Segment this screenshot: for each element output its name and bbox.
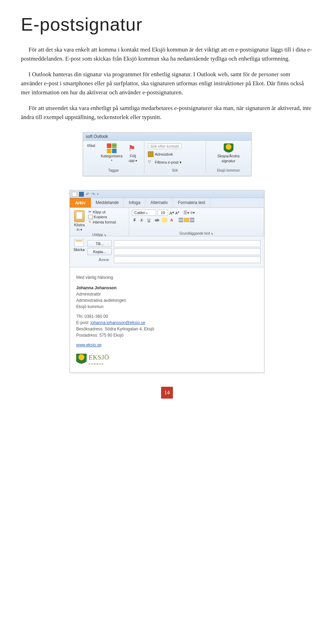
undo-icon[interactable]: ↶ [86,192,89,197]
sig-name: Johanna Johansson [76,285,258,291]
align-right-icon[interactable] [190,218,194,222]
window-titlebar: soft Outlook [83,133,251,141]
sig-logo: EKSJÖ KOMMUN [76,353,258,366]
filter-email-button[interactable]: ▽ Filtrera e-post ▾ [147,159,203,166]
create-signature-button[interactable]: Skapa/Ändra signatur [216,143,241,164]
font-size-select[interactable]: 10 [158,210,168,216]
shrink-font-icon[interactable]: A▾ [175,210,179,215]
bold-button[interactable]: F [132,217,138,223]
follow-up-button[interactable]: ⚑ Följ upp ▾ [127,143,139,163]
logo-subtext: KOMMUN [89,362,109,366]
italic-button[interactable]: K [139,217,145,223]
to-button[interactable]: Till... [87,240,112,247]
align-left-icon[interactable] [178,218,183,222]
categories-icon [107,143,117,153]
sig-department: Administrativa avdelningen [76,297,258,304]
categorize-button[interactable]: Kategorisera ▾ [100,143,124,163]
paragraph-2: I Outlook hanteras din signatur via prog… [21,70,313,97]
highlight-icon[interactable] [162,218,167,222]
tab-infoga[interactable]: Infoga [124,198,145,207]
ribbon-group-tags: Taggar [86,168,142,173]
subject-input[interactable] [114,256,261,263]
bullets-icon[interactable]: ☰▾ [183,210,189,215]
brush-icon: ✎ [88,220,92,224]
ribbon-group-eksjo: Eksjö kommun [209,168,248,173]
scissors-icon: ✂ [88,210,92,214]
numbering-icon[interactable]: ≡▾ [190,210,195,215]
sig-post-address: Postadress: 575 80 Eksjö [76,332,258,338]
crest-icon [224,143,233,153]
font-color-icon[interactable]: A [168,217,175,223]
paragraph-1: För att det ska vara enkelt att komma i … [21,45,313,64]
ribbon-group-search: Sök [147,168,203,173]
sig-visit-address: Besöksadress: Södra Kyrkogatan 4, Eksjö [76,326,258,332]
search-contact-field[interactable]: Sök efter kontakt [147,143,203,150]
cc-button[interactable]: Kopia... [87,248,112,255]
align-center-icon[interactable] [184,218,189,222]
sig-org: Eksjö kommun [76,304,258,310]
page-number: 14 [161,387,173,399]
to-input[interactable] [114,240,261,247]
quick-access-toolbar: ↶ ↷ ▾ [70,190,264,198]
ribbon-tabs: Arkiv Meddelande Infoga Alternativ Forma… [70,198,264,208]
group-clipboard-label: Urklipp ⬊ [73,232,126,237]
clipboard-icon [74,210,85,222]
cc-input[interactable] [114,248,261,255]
sig-role: Administratör [76,291,258,297]
grow-font-icon[interactable]: A▴ [169,210,174,216]
book-icon [148,151,153,157]
sig-url-link[interactable]: www.eksjo.se [76,343,102,347]
message-body[interactable]: Med vänlig hälsning Johanna Johansson Ad… [70,267,264,372]
envelope-icon [74,239,84,247]
sig-greeting: Med vänlig hälsning [76,274,258,281]
tab-alternativ[interactable]: Alternativ [145,198,173,207]
copy-icon [88,215,93,219]
tab-arkiv[interactable]: Arkiv [70,198,91,207]
outlook-ribbon-screenshot: soft Outlook t/läst Kategorisera ▾ ⚑ Föl… [83,132,252,176]
tab-meddelande[interactable]: Meddelande [91,198,124,207]
underline-button[interactable]: U [146,217,152,223]
font-name-select[interactable]: Calibri ▾ [132,210,156,216]
sig-email-link[interactable]: johanna.johansson@eksjo.se [90,320,145,325]
send-button[interactable]: Skicka [73,239,85,264]
funnel-icon: ▽ [148,159,153,165]
subject-label: Ämne: [87,258,112,262]
qat-dropdown-icon[interactable]: ▾ [97,193,98,196]
group-font-label: Grundläggande text ⬊ [132,231,261,235]
sig-email: E-post: johanna.johansson@eksjo.se [76,320,258,326]
format-painter-button[interactable]: ✎Hämta format [88,220,116,224]
strike-icon[interactable]: ab [153,217,161,223]
mark-read-button[interactable]: t/läst [86,143,97,148]
app-icon [72,192,77,197]
redo-icon[interactable]: ↷ [92,192,95,197]
cut-button[interactable]: ✂Klipp ut [88,210,116,214]
outlook-compose-screenshot: ↶ ↷ ▾ Arkiv Meddelande Infoga Alternativ… [70,190,264,373]
tab-formatera[interactable]: Formatera text [173,198,210,207]
eksjo-crest-icon [76,354,87,366]
sig-phone: Tfn: 0381-360 00 [76,313,258,320]
addressbook-button[interactable]: Adressbok [147,151,203,158]
logo-text: EKSJÖ [89,353,109,362]
page-title: E-postsignatur [21,14,313,35]
copy-button[interactable]: Kopiera [88,215,116,219]
save-icon[interactable] [79,192,84,197]
paragraph-3: För att utseendet ska vara enhetligt på … [21,104,313,122]
paste-button[interactable]: Klistra in ▾ [73,210,86,232]
flag-icon: ⚑ [128,143,138,153]
